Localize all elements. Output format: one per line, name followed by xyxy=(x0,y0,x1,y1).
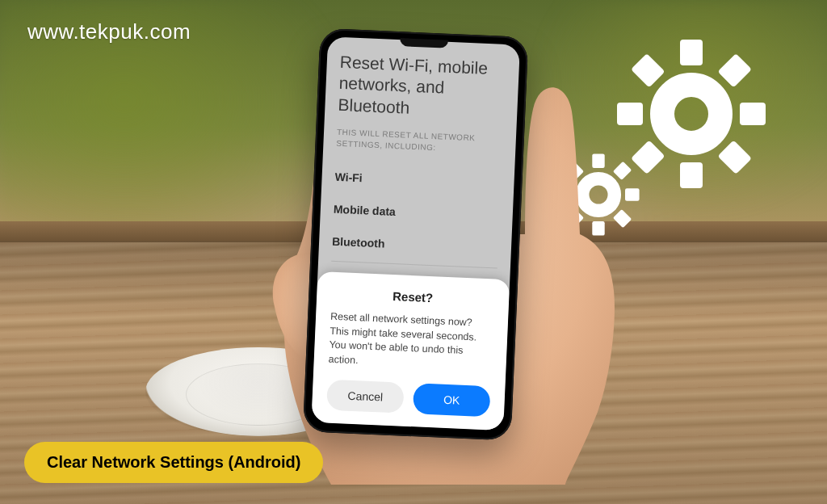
svg-rect-7 xyxy=(631,53,665,87)
svg-point-9 xyxy=(582,178,615,211)
svg-rect-11 xyxy=(592,221,604,236)
svg-rect-5 xyxy=(718,53,752,87)
reset-subheader: THIS WILL RESET ALL NETWORK SETTINGS, IN… xyxy=(336,127,503,157)
svg-rect-12 xyxy=(557,188,572,200)
svg-rect-16 xyxy=(565,162,584,180)
dialog-title: Reset? xyxy=(331,287,495,308)
caption-pill: Clear Network Settings (Android) xyxy=(24,442,323,483)
ok-button[interactable]: OK xyxy=(413,383,491,417)
svg-rect-13 xyxy=(625,188,640,200)
dialog-body: Reset all network settings now? This mig… xyxy=(328,310,493,374)
reset-dialog: Reset? Reset all network settings now? T… xyxy=(311,271,510,430)
svg-rect-4 xyxy=(740,103,766,125)
cancel-button[interactable]: Cancel xyxy=(326,380,405,414)
svg-rect-8 xyxy=(718,141,752,174)
svg-rect-2 xyxy=(680,162,703,188)
svg-rect-6 xyxy=(631,141,665,174)
watermark-text: www.tekpuk.com xyxy=(27,19,191,44)
svg-point-0 xyxy=(662,85,720,143)
option-bluetooth: Bluetooth xyxy=(331,225,499,264)
svg-rect-14 xyxy=(613,162,632,180)
gear-decoration xyxy=(554,29,788,239)
svg-rect-3 xyxy=(617,103,643,125)
svg-rect-17 xyxy=(613,209,632,228)
svg-rect-10 xyxy=(592,153,604,168)
phone-screen: Reset Wi-Fi, mobile networks, and Blueto… xyxy=(311,36,520,430)
dialog-actions: Cancel OK xyxy=(326,380,490,418)
gear-icon xyxy=(554,29,788,239)
page-title: Reset Wi-Fi, mobile networks, and Blueto… xyxy=(338,52,506,123)
svg-rect-15 xyxy=(565,209,584,228)
svg-rect-1 xyxy=(680,40,703,65)
phone-device: Reset Wi-Fi, mobile networks, and Blueto… xyxy=(303,28,529,441)
